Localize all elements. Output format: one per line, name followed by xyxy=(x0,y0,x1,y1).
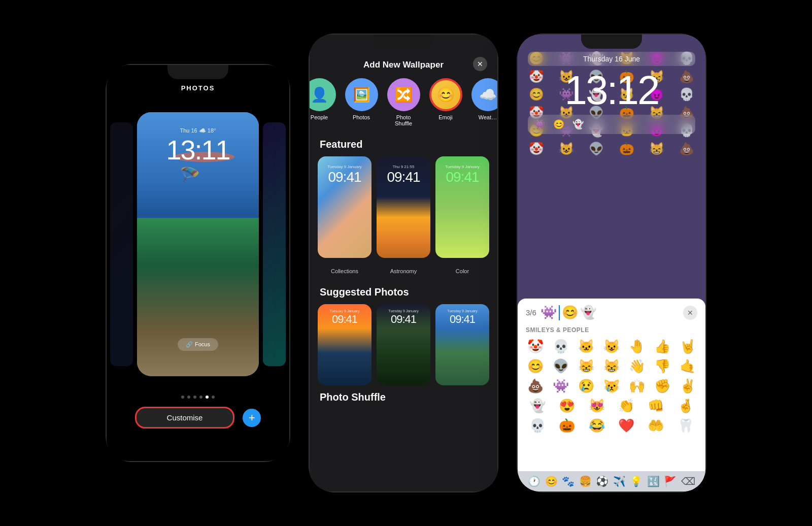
kb-food-icon[interactable]: 🍔 xyxy=(579,475,592,487)
emoji-cry-cat[interactable]: 😢 xyxy=(577,377,595,395)
photo-shuffle-label: PhotoShuffle xyxy=(395,114,412,126)
collections-card[interactable]: Tuesday 9 January 09:41 xyxy=(318,156,371,258)
phone-2: Add New Wallpaper ✕ 👤 People 🖼️ Photos 🔀… xyxy=(310,35,497,491)
kb-animal-icon[interactable]: 🐾 xyxy=(562,475,574,487)
lock-date-weather: Thu 16 ☁️ 18° xyxy=(137,127,259,134)
emoji-cat1[interactable]: 🐱 xyxy=(577,338,595,355)
dot-2 xyxy=(187,396,190,399)
emoji-keyboard-toolbar: 🕐 😊 🐾 🍔 ⚽ ✈️ 💡 🔣 🚩 ⌫ xyxy=(518,471,705,491)
emoji-thumbsup[interactable]: 👍 xyxy=(653,338,671,355)
astronomy-label: Astronomy xyxy=(377,266,430,276)
shuffle-icon-circle: 🔀 xyxy=(387,78,420,111)
wallpaper-photo-shuffle[interactable]: 🔀 PhotoShuffle xyxy=(387,78,420,126)
modal-close-button[interactable]: ✕ xyxy=(473,57,487,71)
astronomy-card[interactable]: Thu 9 21:55 09:41 xyxy=(377,156,430,258)
emoji-angry[interactable]: 🤡 xyxy=(526,338,545,355)
wallpaper-type-icons: 👤 People 🖼️ Photos 🔀 PhotoShuffle 😊 Emoj… xyxy=(310,78,497,135)
emoji-smile-cat2[interactable]: 😸 xyxy=(602,357,621,375)
emoji-picker-header: 3/6 👾 😊 👻 ✕ xyxy=(518,299,705,324)
left-wallpaper-card[interactable] xyxy=(110,122,133,366)
kb-smiley-icon[interactable]: 😊 xyxy=(545,475,558,487)
emoji-picker-close-button[interactable]: ✕ xyxy=(683,306,697,320)
wallpaper-weather[interactable]: ☁️ Weat… xyxy=(471,78,498,126)
emoji-heart-eyes[interactable]: 😍 xyxy=(558,397,576,415)
emoji-laugh[interactable]: 😂 xyxy=(588,417,606,435)
emoji-smile[interactable]: 😊 xyxy=(526,357,545,375)
sunset-time: 09:41 xyxy=(318,313,371,326)
emoji-bg-31: 🤡 xyxy=(522,140,551,157)
suggested-forest[interactable]: Tuesday 9 January 09:41 xyxy=(377,304,430,385)
emoji-peace[interactable]: ✌️ xyxy=(679,377,697,395)
weather-icon-circle: ☁️ xyxy=(471,78,498,111)
emoji-ghost[interactable]: 👻 xyxy=(528,397,547,415)
emoji-skull2[interactable]: 💀 xyxy=(528,417,547,435)
suggested-section-title: Suggested Photos xyxy=(310,282,497,304)
right-wallpaper-card[interactable] xyxy=(263,122,286,366)
emoji-heart[interactable]: ❤️ xyxy=(617,417,635,435)
suggested-mountain[interactable]: Tuesday 9 January 09:41 xyxy=(435,304,489,385)
kb-flag-icon[interactable]: 🚩 xyxy=(664,475,676,487)
emoji-crossed-fingers[interactable]: 🤞 xyxy=(676,397,695,415)
kb-activity-icon[interactable]: ⚽ xyxy=(596,475,608,487)
phone3-time: 13:12 xyxy=(518,70,705,111)
kb-clock-icon[interactable]: 🕐 xyxy=(528,475,540,487)
main-wallpaper-card[interactable]: 🪂 Thu 16 ☁️ 18° 13:11 🔗Focus xyxy=(137,112,259,376)
emoji-space-invader[interactable]: 👾 xyxy=(552,377,570,395)
featured-section-title: Featured xyxy=(310,135,497,156)
wallpaper-people[interactable]: 👤 People xyxy=(310,78,336,126)
emoji-hand-raise[interactable]: 🤚 xyxy=(628,338,646,355)
emoji-smile-cat[interactable]: 😸 xyxy=(577,357,595,375)
emoji-open-hands[interactable]: 🤲 xyxy=(647,417,665,435)
notch-3 xyxy=(581,35,642,49)
kb-symbol-icon[interactable]: 🔣 xyxy=(647,475,660,487)
add-button[interactable]: + xyxy=(243,409,261,427)
collections-time: 09:41 xyxy=(318,169,371,185)
emoji-counter: 3/6 xyxy=(526,308,536,317)
emoji-bg-35: 😸 xyxy=(642,140,671,157)
customise-button[interactable]: Customise xyxy=(135,407,235,429)
dot-5-active xyxy=(206,396,209,399)
astronomy-time: 09:41 xyxy=(377,169,430,185)
emoji-call[interactable]: 🤙 xyxy=(679,357,697,375)
emoji-clap[interactable]: 🙌 xyxy=(628,377,646,395)
notch-2 xyxy=(373,35,434,49)
wallpaper-carousel: 🪂 Thu 16 ☁️ 18° 13:11 🔗Focus xyxy=(107,97,289,391)
kb-object-icon[interactable]: 💡 xyxy=(630,475,642,487)
emoji-selected-row: 👾 😊 👻 xyxy=(540,305,679,320)
wallpaper-photos[interactable]: 🖼️ Photos xyxy=(345,78,378,126)
emoji-alien[interactable]: 👽 xyxy=(552,357,570,375)
emoji-thumbsdown[interactable]: 👎 xyxy=(653,357,671,375)
focus-badge: 🔗Focus xyxy=(178,338,218,351)
color-card[interactable]: Tuesday 9 January 09:41 xyxy=(435,156,489,258)
suggested-sunset[interactable]: Tuesday 9 January 09:41 xyxy=(318,304,371,385)
emoji-bg-34: 🎃 xyxy=(612,140,641,157)
emoji-wave[interactable]: 👋 xyxy=(628,357,646,375)
kb-delete-icon[interactable]: ⌫ xyxy=(681,475,695,487)
emoji-tooth[interactable]: 🦷 xyxy=(676,417,695,435)
people-icon-circle: 👤 xyxy=(310,78,336,111)
notch-1 xyxy=(167,65,228,79)
emoji-pumpkin[interactable]: 🎃 xyxy=(558,417,576,435)
emoji-fist[interactable]: ✊ xyxy=(653,377,671,395)
emoji-bg-36: 💩 xyxy=(672,140,701,157)
emoji-clapping[interactable]: 👏 xyxy=(617,397,635,415)
photos-label: Photos xyxy=(353,114,370,120)
emoji-skull[interactable]: 💀 xyxy=(552,338,570,355)
emoji-poop[interactable]: 💩 xyxy=(526,377,545,395)
emoji-sad-cat[interactable]: 😿 xyxy=(602,377,621,395)
lock-time: 13:11 xyxy=(137,136,259,163)
emoji-row-5: 💀 🎃 😂 ❤️ 🤲 🦷 xyxy=(523,417,700,435)
phone3-widget-bar: 👾 😊 👻 xyxy=(528,115,695,134)
kb-travel-icon[interactable]: ✈️ xyxy=(613,475,626,487)
emoji-heart-eyes-cat[interactable]: 😻 xyxy=(588,397,606,415)
wallpaper-emoji[interactable]: 😊 Emoji xyxy=(429,78,462,126)
emoji-rock[interactable]: 🤘 xyxy=(679,338,697,355)
mountain-time: 09:41 xyxy=(435,313,489,326)
collections-date: Tuesday 9 January xyxy=(318,165,371,169)
emoji-punch[interactable]: 👊 xyxy=(647,397,665,415)
emoji-grin-cat[interactable]: 😺 xyxy=(602,338,621,355)
suggested-wallpapers-grid: Tuesday 9 January 09:41 Tuesday 9 Januar… xyxy=(310,304,497,385)
emoji-category-label: SMILEYS & PEOPLE xyxy=(518,324,705,338)
forest-date: Tuesday 9 January xyxy=(377,309,430,313)
sunset-date: Tuesday 9 January xyxy=(318,309,371,313)
